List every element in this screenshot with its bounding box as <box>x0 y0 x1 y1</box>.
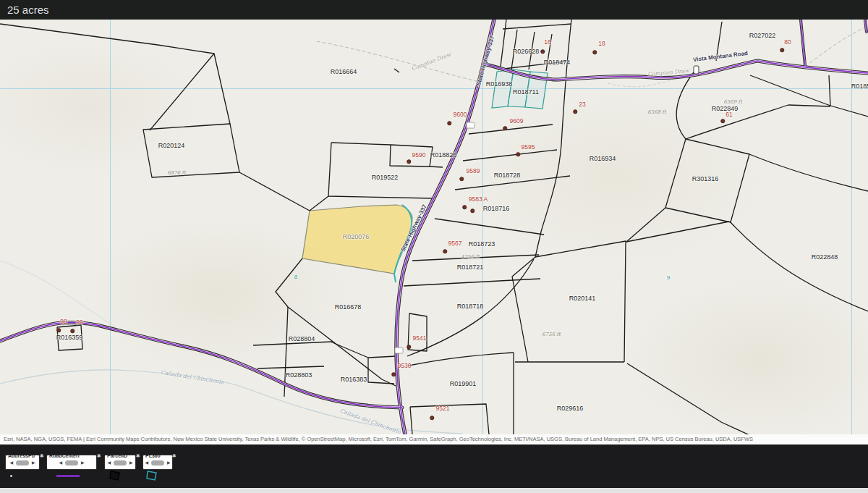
parcel-label: R016383 <box>341 376 367 383</box>
layer-panel-addresspoints[interactable]: AddressPo ◀ ▶ <box>6 455 39 469</box>
address-point <box>56 328 61 332</box>
slider-pill[interactable] <box>151 460 164 465</box>
address-point <box>780 48 784 52</box>
parcel-label: R018716 <box>483 205 510 212</box>
prev-arrow[interactable]: ◀ <box>9 460 13 465</box>
parcel-label: R018711 <box>513 88 539 96</box>
parcel-label: R018721 <box>457 264 484 271</box>
address-label: 61 <box>726 111 732 118</box>
parcel-label: R019522 <box>372 174 399 181</box>
prev-arrow[interactable]: ◀ <box>59 460 62 465</box>
parcel-label: R028803 <box>286 371 312 379</box>
gear-icon[interactable]: ✱ <box>97 453 101 459</box>
parcel-label: R018474 <box>544 59 571 66</box>
address-label: 9583 A <box>469 195 488 203</box>
road-label: State-Highway-337 <box>399 203 427 253</box>
next-arrow[interactable]: ▶ <box>81 460 85 465</box>
gear-icon[interactable]: ✱ <box>172 453 176 459</box>
parcel-label: R016934 <box>590 155 616 162</box>
parcel-label: R022849 <box>712 105 739 112</box>
prev-arrow[interactable]: ◀ <box>107 460 111 465</box>
parcel-label: R020141 <box>569 295 596 302</box>
address-label: 80 <box>784 38 791 46</box>
parcel-label: R018723 <box>469 240 495 248</box>
slider-pill[interactable] <box>65 460 78 465</box>
parcel-symbol <box>109 470 122 481</box>
layer-title: AddressPo <box>8 455 39 458</box>
parcel-label: R026628 <box>513 48 540 55</box>
parcel-label: R016664 <box>331 68 357 75</box>
elevation-label: 4756 ft <box>461 254 479 260</box>
road-label: State-Highway-337 <box>475 35 495 87</box>
address-point <box>470 208 475 213</box>
gear-icon[interactable]: ✱ <box>40 453 44 459</box>
address-label: 9600 <box>454 111 467 118</box>
address-point <box>573 109 577 114</box>
stream-label: Compton Draw <box>411 51 452 72</box>
section-label: 9 <box>667 274 670 281</box>
elevation-label: 6876 ft <box>167 170 185 176</box>
address-point <box>407 345 411 349</box>
slider-pill[interactable] <box>114 460 127 465</box>
parcel-label: R022848 <box>812 253 838 261</box>
elevation-label: 6568 ft <box>647 109 665 115</box>
parcel-label: R301316 <box>692 175 719 182</box>
gis-map-app: 25 acres <box>0 0 868 493</box>
parcel-label: R029616 <box>557 405 584 412</box>
address-point <box>70 329 75 333</box>
address-point-symbol <box>10 475 12 477</box>
stream-label: Cañada del Chinchonte <box>160 369 224 386</box>
road-label: Vista Montana Road <box>693 50 749 63</box>
address-label: 9590 <box>412 151 426 159</box>
stream-label: Cañada del Chinchonte <box>339 408 402 434</box>
layer-panel-roadcenterlines[interactable]: RoadCenterl ◀ ▶ <box>47 455 96 469</box>
layer-panel-parcelid[interactable]: ParcelID ◀ ▶ <box>105 455 135 469</box>
parcel-label: R020124 <box>158 142 185 149</box>
selected-parcel-label: R020076 <box>343 233 370 240</box>
parcel-label: R018826 <box>430 151 457 159</box>
address-point <box>540 49 545 54</box>
address-label: 16 <box>544 38 550 46</box>
address-label: 23 <box>579 101 585 108</box>
address-point <box>391 372 396 376</box>
address-point <box>430 416 434 420</box>
slider-pill[interactable] <box>16 460 29 465</box>
map-canvas[interactable]: R016664R020124R019522R018826R016934R3013… <box>0 20 868 434</box>
address-label: 99 <box>76 319 82 326</box>
layer-panel-pl360[interactable]: PL360 ◀ ▶ <box>143 455 172 469</box>
address-point <box>462 205 467 209</box>
acreage-label: 25 acres <box>7 4 49 16</box>
road-centerline-symbol <box>56 475 80 477</box>
acreage-bar: 25 acres <box>0 0 868 20</box>
address-point <box>720 119 725 123</box>
layers-panel: AddressPo ◀ ▶ ✱ RoadCenterl ◀ ▶ ✱ Parcel… <box>0 444 868 488</box>
next-arrow[interactable]: ▶ <box>167 460 171 465</box>
address-label: 9530 <box>398 362 412 369</box>
attribution-bar: Esri, NASA, NGA, USGS, FEMA | Esri Commu… <box>0 434 868 444</box>
address-point <box>459 177 464 181</box>
address-point <box>516 152 520 156</box>
address-label: 9589 <box>467 167 480 174</box>
address-label: 9521 <box>436 405 450 412</box>
prev-arrow[interactable]: ◀ <box>145 460 148 465</box>
next-arrow[interactable]: ▶ <box>129 460 133 465</box>
parcel-label: R019901 <box>450 380 477 387</box>
address-label: 9567 <box>448 240 462 247</box>
stream-label: Compton Draw <box>647 67 689 77</box>
parcel-label: R016938 <box>486 80 513 88</box>
address-point <box>503 126 507 130</box>
address-label: 9595 <box>522 143 535 151</box>
address-label: 9541 <box>413 334 427 342</box>
parcel-label: R027022 <box>749 32 776 39</box>
section-label: 8 <box>294 274 297 280</box>
address-point <box>407 159 411 164</box>
parcel-label: R016678 <box>335 303 362 311</box>
parcel-label: R028804 <box>289 335 315 342</box>
address-label: 98 <box>60 318 67 325</box>
next-arrow[interactable]: ▶ <box>32 460 35 465</box>
address-point <box>443 249 447 253</box>
parcel-label: R016359 <box>56 334 83 341</box>
address-label: 9609 <box>510 117 524 125</box>
address-label: 18 <box>598 40 605 47</box>
gear-icon[interactable]: ✱ <box>136 453 140 459</box>
